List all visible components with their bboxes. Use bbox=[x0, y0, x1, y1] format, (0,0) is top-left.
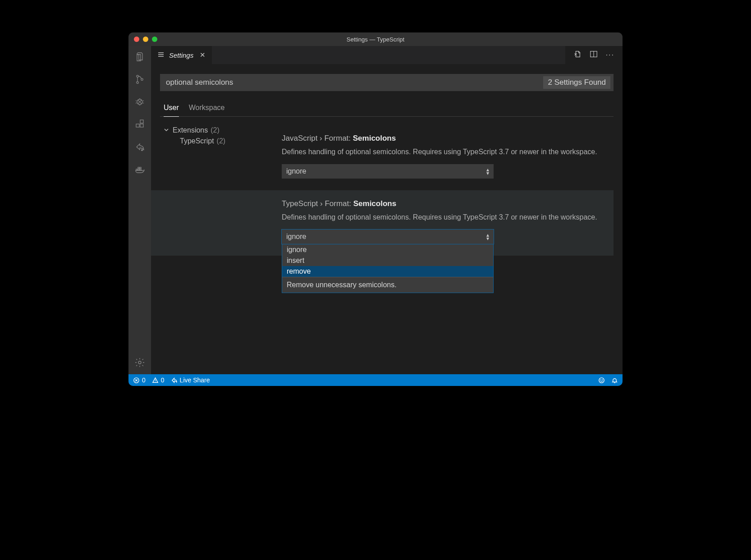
select-value: ignore bbox=[286, 233, 306, 241]
status-bar: 0 0 Live Share bbox=[128, 374, 623, 386]
select-arrows-icon: ▴▾ bbox=[486, 233, 489, 240]
liveshare-sidebar-icon[interactable] bbox=[133, 141, 146, 153]
titlebar: Settings — TypeScript bbox=[128, 32, 623, 46]
toc-label: TypeScript bbox=[180, 137, 214, 145]
settings-list: JavaScript › Format: Semicolons Defines … bbox=[282, 125, 614, 374]
window-maximize-button[interactable] bbox=[152, 37, 157, 42]
toc-count: (2) bbox=[217, 137, 226, 145]
traffic-lights bbox=[134, 37, 157, 42]
select-value: ignore bbox=[286, 167, 306, 175]
settings-scope-tabs: User Workspace bbox=[160, 101, 614, 117]
svg-point-2 bbox=[141, 78, 143, 80]
select-option-ignore[interactable]: ignore bbox=[282, 244, 493, 255]
svg-rect-4 bbox=[136, 124, 139, 127]
setting-ts-semicolons: TypeScript › Format: Semicolons Defines … bbox=[151, 190, 614, 256]
svg-point-13 bbox=[138, 361, 141, 364]
tab-label: Settings bbox=[169, 51, 193, 59]
setting-description: Defines handling of optional semicolons.… bbox=[282, 147, 604, 157]
extensions-icon[interactable] bbox=[133, 118, 146, 131]
setting-description: Defines handling of optional semicolons.… bbox=[282, 212, 604, 222]
status-warnings[interactable]: 0 bbox=[152, 376, 165, 384]
more-actions-icon[interactable]: ··· bbox=[606, 51, 614, 59]
source-control-icon[interactable] bbox=[133, 73, 146, 86]
select-option-hint: Remove unnecessary semicolons. bbox=[282, 277, 493, 293]
settings-search-input[interactable] bbox=[160, 78, 543, 87]
setting-key: Semicolons bbox=[353, 199, 396, 208]
toc-extensions[interactable]: Extensions (2) bbox=[164, 125, 277, 136]
explorer-icon[interactable] bbox=[133, 50, 146, 63]
tab-close-icon[interactable]: ✕ bbox=[200, 51, 206, 59]
setting-js-semicolons: JavaScript › Format: Semicolons Defines … bbox=[282, 125, 614, 190]
chevron-down-icon bbox=[164, 126, 170, 134]
settings-found-count: 2 Settings Found bbox=[543, 76, 610, 89]
svg-rect-11 bbox=[138, 167, 139, 169]
svg-rect-12 bbox=[140, 167, 141, 169]
status-feedback-icon[interactable] bbox=[598, 377, 605, 384]
status-notifications-icon[interactable] bbox=[611, 377, 618, 384]
svg-point-0 bbox=[137, 75, 138, 77]
activity-bar bbox=[128, 46, 151, 374]
toc-count: (2) bbox=[211, 126, 220, 134]
setting-select-ts-semicolons[interactable]: ignore ▴▾ bbox=[282, 230, 494, 244]
main-column: Settings ✕ ··· 2 Sett bbox=[151, 46, 623, 374]
toc-label: Extensions bbox=[173, 126, 208, 134]
scope-tab-workspace[interactable]: Workspace bbox=[189, 101, 225, 116]
toc-typescript[interactable]: TypeScript (2) bbox=[164, 136, 277, 147]
svg-point-1 bbox=[137, 82, 138, 83]
svg-rect-6 bbox=[140, 120, 143, 123]
scope-tab-user[interactable]: User bbox=[164, 101, 179, 117]
split-editor-icon[interactable] bbox=[590, 50, 598, 60]
tab-settings[interactable]: Settings ✕ bbox=[151, 46, 212, 64]
window-minimize-button[interactable] bbox=[143, 37, 148, 42]
svg-point-16 bbox=[599, 377, 604, 382]
setting-category: JavaScript › Format: bbox=[282, 134, 351, 142]
settings-list-icon bbox=[157, 51, 165, 60]
setting-select-js-semicolons[interactable]: ignore ▴▾ bbox=[282, 164, 494, 179]
svg-point-17 bbox=[600, 380, 601, 380]
docker-icon[interactable] bbox=[133, 163, 146, 176]
svg-point-18 bbox=[602, 380, 603, 380]
settings-search: 2 Settings Found bbox=[160, 74, 614, 91]
status-liveshare-label: Live Share bbox=[180, 376, 210, 384]
status-warnings-count: 0 bbox=[161, 376, 165, 384]
window-close-button[interactable] bbox=[134, 37, 139, 42]
debug-icon[interactable] bbox=[133, 96, 146, 108]
vscode-window: Settings — TypeScript bbox=[128, 32, 623, 386]
setting-category: TypeScript › Format: bbox=[282, 199, 351, 208]
open-settings-json-icon[interactable] bbox=[573, 50, 582, 60]
settings-editor: 2 Settings Found User Workspace Extensio… bbox=[151, 64, 623, 374]
status-liveshare[interactable]: Live Share bbox=[171, 376, 210, 384]
window-title: Settings — TypeScript bbox=[128, 36, 623, 43]
editor-tab-bar: Settings ✕ ··· bbox=[151, 46, 623, 64]
editor-body: Settings ✕ ··· 2 Sett bbox=[128, 46, 623, 374]
select-arrows-icon: ▴▾ bbox=[486, 168, 489, 175]
select-dropdown: ignore insert remove Remove unnecessary … bbox=[282, 244, 494, 293]
status-errors[interactable]: 0 bbox=[133, 376, 146, 384]
svg-point-7 bbox=[141, 149, 143, 151]
svg-rect-5 bbox=[140, 124, 143, 127]
select-option-remove[interactable]: remove bbox=[282, 266, 493, 277]
status-errors-count: 0 bbox=[142, 376, 146, 384]
settings-gear-icon[interactable] bbox=[133, 356, 146, 369]
select-option-insert[interactable]: insert bbox=[282, 255, 493, 266]
editor-actions: ··· bbox=[565, 46, 623, 64]
setting-key: Semicolons bbox=[353, 134, 396, 142]
